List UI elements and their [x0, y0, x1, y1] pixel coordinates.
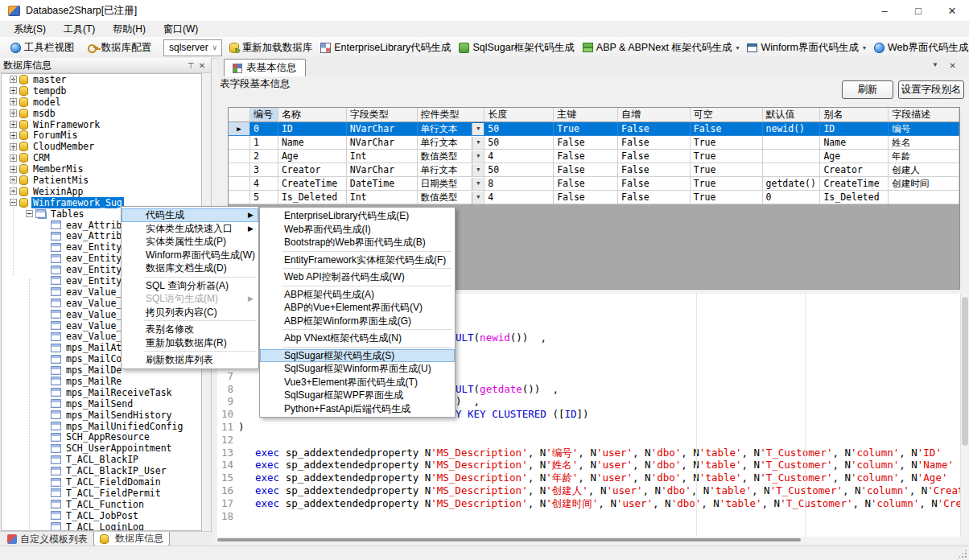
refresh-button[interactable]: 刷新	[842, 80, 893, 99]
grid-column-header[interactable]: 主键	[554, 108, 618, 122]
submenu-item-15[interactable]: SqlSugar框架Winform界面生成(U)	[260, 362, 455, 376]
grid-cell[interactable]: True	[554, 122, 618, 136]
grid-column-header[interactable]: 默认值	[763, 108, 821, 122]
toolbar-button-SqlSugar框架代码生成[interactable]: SqlSugar框架代码生成	[455, 39, 578, 56]
grid-cell[interactable]: True	[691, 136, 763, 150]
row-header-cell[interactable]	[229, 163, 250, 177]
submenu-item-10[interactable]: ABP框架Winform界面生成(G)	[260, 315, 455, 328]
grid-cell[interactable]: 姓名	[889, 136, 959, 150]
row-header-cell[interactable]	[229, 191, 250, 204]
table-row[interactable]: 5Is_DeletedInt数值类型▼4FalseFalseTrue0Is_De…	[229, 191, 959, 204]
grid-cell[interactable]: False	[618, 163, 691, 177]
tree-item-database[interactable]: +WinFramework	[2, 119, 201, 130]
grid-cell[interactable]: Creator	[278, 163, 347, 177]
grid-cell[interactable]: Int	[347, 150, 418, 163]
grid-cell[interactable]: False	[618, 136, 691, 150]
context-menu-item-13[interactable]: 刷新数据库列表	[122, 353, 258, 367]
tree-item-database[interactable]: +master	[2, 74, 201, 85]
grid-cell[interactable]: DateTime	[347, 177, 418, 191]
tree-item-table[interactable]: SCH_UserAppointment	[2, 443, 201, 454]
grid-cell[interactable]: 50	[484, 163, 554, 177]
submenu-item-8[interactable]: ABP框架代码生成(A)	[260, 288, 455, 302]
submenu-item-12[interactable]: Abp VNext框架代码生成(N)	[260, 331, 455, 345]
grid-cell[interactable]: Age	[820, 150, 889, 163]
maximize-button[interactable]: □	[901, 0, 935, 21]
grid-cell[interactable]: 编号	[889, 122, 959, 136]
menubar-item-0[interactable]: 系统(S)	[5, 21, 55, 37]
row-header-cell[interactable]	[229, 136, 250, 150]
database-type-combobox[interactable]: sqlserver∨	[163, 39, 222, 56]
submenu-item-6[interactable]: Web API控制器代码生成(W)	[260, 270, 455, 284]
resize-grip[interactable]	[959, 550, 967, 558]
grid-cell[interactable]: Is_Deleted	[820, 191, 889, 204]
grid-column-header[interactable]: 可空	[691, 108, 763, 122]
grid-cell[interactable]: ID	[278, 122, 347, 136]
tree-item-database[interactable]: +WeixinApp	[2, 186, 201, 197]
grid-cell[interactable]: NVarChar	[347, 136, 418, 150]
tree-item-database[interactable]: +CloudMember	[2, 141, 201, 152]
grid-cell[interactable]: CreateTime	[820, 177, 889, 191]
grid-column-header[interactable]: 控件类型	[418, 108, 485, 122]
tree-item-table[interactable]: mps_MailRe	[2, 376, 201, 387]
tree-item-database[interactable]: +model	[2, 97, 201, 108]
grid-cell[interactable]: 0	[763, 191, 821, 204]
grid-cell[interactable]: 年龄	[889, 150, 959, 163]
tab-close-icon[interactable]: ✕	[950, 61, 956, 70]
grid-cell[interactable]	[889, 191, 959, 204]
tree-item-database[interactable]: +CRM	[2, 152, 201, 163]
grid-cell[interactable]: True	[691, 163, 763, 177]
tree-item-table[interactable]: T_ACL_BlackIP_User	[2, 465, 201, 476]
grid-cell[interactable]: False	[618, 177, 691, 191]
context-menu-item-10[interactable]: 表别名修改	[122, 323, 258, 336]
menubar-item-3[interactable]: 窗口(W)	[155, 21, 207, 37]
grid-cell[interactable]: Name	[278, 136, 347, 150]
grid-cell[interactable]: CreateTime	[278, 177, 347, 191]
submenu-item-1[interactable]: Web界面代码生成(I)	[260, 223, 455, 237]
panel-close-icon[interactable]: ✕	[196, 61, 208, 70]
row-header-cell[interactable]: ▶	[229, 122, 250, 136]
submenu-item-0[interactable]: EnterpriseLibrary代码生成(E)	[260, 209, 455, 223]
tree-item-table[interactable]: T_ACL_JobPost	[2, 510, 201, 521]
submenu-item-14[interactable]: SqlSugar框架代码生成(S)	[260, 349, 455, 363]
grid-cell[interactable]: ID	[820, 122, 889, 136]
grid-cell[interactable]	[763, 136, 821, 150]
grid-cell[interactable]: 日期类型▼	[418, 177, 485, 191]
tree-item-table[interactable]: SCH_AppResource	[2, 432, 201, 443]
grid-cell[interactable]: NVarChar	[347, 163, 418, 177]
grid-cell[interactable]: 4	[484, 191, 554, 204]
grid-column-header[interactable]: 自增	[618, 108, 691, 122]
chevron-down-icon[interactable]: ∨	[208, 43, 221, 51]
close-button[interactable]: ✕	[935, 0, 969, 21]
context-menu-item-1[interactable]: 实体类生成快速入口▶	[122, 222, 258, 236]
grid-cell[interactable]: 数值类型▼	[418, 150, 485, 163]
table-row[interactable]: 3CreatorNVarChar单行文本▼50FalseFalseTrueCre…	[229, 163, 959, 177]
grid-cell[interactable]: 50	[484, 122, 554, 136]
grid-cell[interactable]: 4	[484, 150, 554, 163]
menubar-item-1[interactable]: 工具(T)	[55, 21, 104, 37]
grid-cell[interactable]: Age	[278, 150, 347, 163]
grid-column-header[interactable]: 字段类型	[347, 108, 418, 122]
grid-column-header[interactable]: 名称	[278, 108, 347, 122]
grid-column-header[interactable]: 编号	[250, 108, 278, 122]
editor-vertical-scrollbar[interactable]	[960, 294, 969, 537]
context-menu-item-11[interactable]: 重新加载数据库(R)	[122, 336, 258, 350]
grid-cell[interactable]: False	[691, 122, 763, 136]
tree-item-table[interactable]: T_ACL_LoginLog	[2, 521, 201, 531]
tab-table-basic-info[interactable]: 表基本信息	[224, 59, 306, 76]
grid-cell[interactable]: False	[554, 150, 618, 163]
grid-cell[interactable]: 3	[250, 163, 278, 177]
dropdown-button[interactable]: ▼	[472, 150, 484, 163]
grid-cell[interactable]: True	[691, 191, 763, 204]
toolbar-button-EnterpriseLibrary代码生成[interactable]: EnterpriseLibrary代码生成	[316, 39, 455, 56]
tree-item-database[interactable]: +PatientMis	[2, 175, 201, 186]
grid-cell[interactable]: 单行文本▼	[418, 163, 485, 177]
submenu-item-18[interactable]: Python+FastApi后端代码生成	[260, 402, 455, 416]
grid-cell[interactable]: 0	[250, 122, 278, 136]
submenu-item-4[interactable]: EntityFramework实体框架代码生成(F)	[260, 253, 455, 267]
grid-cell[interactable]	[763, 163, 821, 177]
tree-item-table[interactable]: T_ACL_FieldPermit	[2, 488, 201, 499]
grid-cell[interactable]: False	[554, 163, 618, 177]
grid-cell[interactable]: 2	[250, 150, 278, 163]
tree-item-database[interactable]: +ForumMis	[2, 130, 201, 141]
row-header-cell[interactable]	[229, 177, 250, 191]
